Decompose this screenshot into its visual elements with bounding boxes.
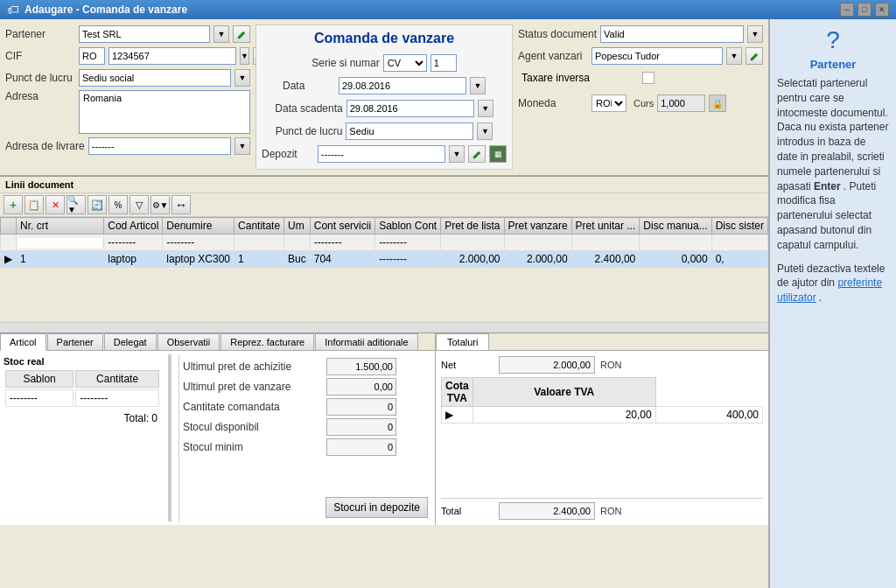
delete-line-btn[interactable]: ✕ <box>46 195 65 214</box>
punct-lucru-input[interactable] <box>79 69 231 87</box>
col-header-pret-lista[interactable]: Pret de lista <box>441 218 504 234</box>
filter-cod: -------- <box>104 234 163 251</box>
tab-partener[interactable]: Partener <box>47 333 103 350</box>
adresa-label: Adresa <box>5 90 75 102</box>
nr-input[interactable] <box>430 54 457 72</box>
minimize-button[interactable]: ─ <box>840 3 854 17</box>
adresa-textarea[interactable]: Romania <box>79 90 250 134</box>
col-header-disc-manual[interactable]: Disc manua... <box>640 218 711 234</box>
ultim-pret-achizitie-label: Ultimul pret de achizitie <box>183 360 323 373</box>
stoc-row-cant: -------- <box>75 389 159 407</box>
curs-lock-btn[interactable]: 🔒 <box>709 94 726 112</box>
col-header-pret-unitar[interactable]: Pret unitar ... <box>571 218 640 234</box>
percent-btn[interactable]: % <box>108 195 128 214</box>
horizontal-scrollbar[interactable] <box>0 322 768 332</box>
cantitate-comandata-input[interactable] <box>326 398 396 416</box>
tab-reprez-facturare[interactable]: Reprez. facturare <box>220 333 314 350</box>
col-header-pret-vanzare[interactable]: Pret vanzare <box>504 218 571 234</box>
ultim-pret-vanzare-input[interactable] <box>326 378 396 396</box>
add-line-btn[interactable]: + <box>4 195 23 214</box>
col-header-nr[interactable]: Nr. crt <box>17 218 104 234</box>
panel-divider[interactable] <box>168 354 172 522</box>
col-header-cantitate[interactable]: Cantitate <box>234 218 284 234</box>
cell-um: Buc <box>284 251 311 268</box>
filter-cont: -------- <box>310 234 374 251</box>
settings-btn[interactable]: ⚙▼ <box>150 195 170 214</box>
filter-indicator <box>1 234 17 251</box>
stocuri-btn[interactable]: Stocuri in depozite <box>326 497 428 518</box>
moneda-select[interactable]: RON <box>592 94 626 112</box>
totals-content: Net RON Cota TVA Valoare TVA <box>436 351 768 525</box>
totals-tab[interactable]: Totaluri <box>436 333 489 350</box>
stoc-disponibil-row: Stocul disponibil <box>183 418 428 436</box>
data-dropdown-btn[interactable]: ▼ <box>470 77 486 94</box>
punct-lucru-order-input[interactable] <box>346 122 473 140</box>
restore-button[interactable]: □ <box>858 3 872 17</box>
status-dropdown-btn[interactable]: ▼ <box>747 25 763 43</box>
partner-edit-btn[interactable] <box>233 25 250 43</box>
filter-btn[interactable]: ▽ <box>130 195 149 214</box>
zoom-btn[interactable]: 🔍▼ <box>66 195 86 214</box>
agent-input[interactable] <box>592 47 723 65</box>
tab-informatii-aditionale[interactable]: Informatii aditionale <box>315 333 417 350</box>
agent-dropdown-btn[interactable]: ▼ <box>726 47 742 65</box>
col-header-sablon[interactable]: Sablon Cont <box>375 218 441 234</box>
partner-input[interactable] <box>79 25 210 43</box>
window-title: Adaugare - Comanda de vanzare <box>24 4 187 16</box>
cell-pret-vanzare: 2.000,00 <box>504 251 571 268</box>
data-input[interactable] <box>339 77 466 94</box>
tab-delegat[interactable]: Delegat <box>104 333 157 350</box>
status-input[interactable] <box>600 25 744 43</box>
close-button[interactable]: ✕ <box>875 3 889 17</box>
data-scadenta-dropdown-btn[interactable]: ▼ <box>478 100 494 117</box>
table-row[interactable]: ▶ 1 laptop laptop XC300 1 Buc 704 ------… <box>1 251 768 268</box>
move-btn[interactable]: ↔ <box>172 195 191 214</box>
cif-prefix-input[interactable] <box>79 47 105 65</box>
stoc-minim-label: Stocul minim <box>183 441 323 453</box>
adresa-livrare-dropdown-btn[interactable]: ▼ <box>234 137 250 155</box>
left-panel: Partener ▼ CIF ▼ <box>0 19 769 588</box>
depozit-extra-btn[interactable]: ▦ <box>489 145 507 163</box>
tab-articol[interactable]: Articol <box>0 333 46 351</box>
stoc-total: Total: 0 <box>4 409 161 428</box>
col-header-um[interactable]: Um <box>284 218 311 234</box>
filter-sablon: -------- <box>375 234 441 251</box>
punct-lucru-order-dropdown-btn[interactable]: ▼ <box>477 122 493 140</box>
ultim-pret-achizitie-input[interactable] <box>326 358 396 375</box>
serie-select[interactable]: CV <box>383 54 427 72</box>
depozit-input[interactable] <box>318 145 445 163</box>
agent-edit-btn[interactable] <box>746 47 763 65</box>
articol-tab-content: Stoc real Sablon Cantitate -------- <box>0 351 435 525</box>
punct-lucru-dropdown-btn[interactable]: ▼ <box>234 69 250 87</box>
stoc-minim-input[interactable] <box>326 438 396 456</box>
col-header-cont[interactable]: Cont servicii <box>310 218 374 234</box>
status-section: Status document ▼ Agent vanzari ▼ Taxar <box>518 24 763 170</box>
stoc-sablon-header: Sablon <box>5 370 74 388</box>
cif-dropdown-btn[interactable]: ▼ <box>240 47 249 65</box>
price-info: Ultimul pret de achizitie Ultimul pret d… <box>178 354 431 522</box>
adresa-livrare-input[interactable] <box>88 137 231 155</box>
depozit-dropdown-btn[interactable]: ▼ <box>449 145 465 163</box>
tab-observatii[interactable]: Observatii <box>158 333 220 350</box>
filter-nr[interactable] <box>17 234 104 251</box>
refresh-btn[interactable]: 🔄 <box>88 195 107 214</box>
net-input[interactable] <box>499 356 595 374</box>
data-scadenta-input[interactable] <box>346 100 474 117</box>
col-header-denumire[interactable]: Denumire <box>163 218 234 234</box>
partner-dropdown-btn[interactable]: ▼ <box>214 25 229 43</box>
copy-line-btn[interactable]: 📋 <box>24 195 44 214</box>
lines-table: Nr. crt Cod Articol Denumire Cantitate U… <box>0 217 768 268</box>
depozit-edit-btn[interactable] <box>468 145 486 163</box>
lines-header: Linii document <box>0 177 768 193</box>
punct-lucru-order-row: Punct de lucru ▼ <box>276 122 494 141</box>
curs-input[interactable] <box>657 94 705 112</box>
taxare-inversa-checkbox[interactable] <box>642 72 654 84</box>
total-final-currency: RON <box>600 506 621 516</box>
stoc-disponibil-input[interactable] <box>326 418 396 436</box>
col-header-disc-sistem[interactable]: Disc sister <box>711 218 767 234</box>
total-final-input[interactable] <box>499 502 595 520</box>
net-currency: RON <box>600 360 621 370</box>
filter-nr-input[interactable] <box>18 238 102 248</box>
cif-input[interactable] <box>108 47 236 65</box>
col-header-cod[interactable]: Cod Articol <box>104 218 163 234</box>
